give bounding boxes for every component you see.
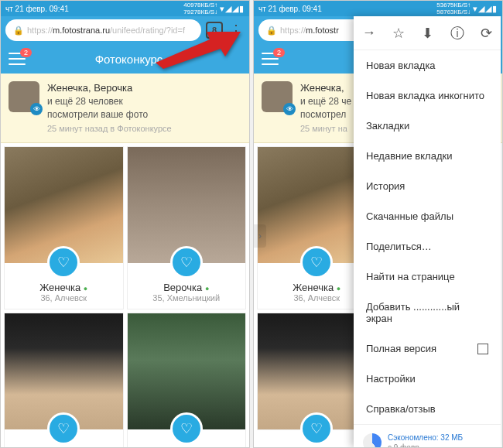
photo: ♡ — [5, 147, 123, 263]
menu-desktop-site[interactable]: Полная версия — [354, 333, 501, 364]
menu-add-home[interactable]: Добавить ............ый экран — [354, 292, 501, 333]
like-button[interactable]: ♡ — [300, 412, 333, 445]
menu-dots-icon[interactable]: ⋮ — [228, 22, 245, 39]
page-title: Фотоконкурс — [16, 53, 241, 66]
info-icon[interactable]: ⓘ — [450, 24, 464, 43]
like-button[interactable]: ♡ — [170, 246, 203, 279]
site-header: 2 Фотоконкурс — [1, 44, 249, 74]
notification-badge: 2 — [20, 48, 32, 57]
url-bar: 🔒 https://m.fotostrana.ru/unifeed/rating… — [1, 16, 249, 44]
hamburger-button[interactable]: 2 — [262, 53, 279, 65]
tab-count[interactable]: 8 — [206, 22, 223, 39]
star-icon[interactable]: ☆ — [392, 25, 405, 42]
menu-new-tab[interactable]: Новая вкладка — [354, 50, 501, 80]
menu-downloads[interactable]: Скачанные файлы — [354, 201, 501, 231]
menu-help[interactable]: Справка/отзыв — [354, 394, 501, 424]
menu-find[interactable]: Найти на странице — [354, 262, 501, 292]
photo: ♡ — [128, 313, 246, 429]
online-dot-icon: ● — [84, 285, 87, 292]
chevron-right-icon[interactable]: › — [254, 224, 266, 248]
notification-badge: 2 — [273, 48, 285, 57]
photo: ♡ — [128, 147, 246, 263]
menu-share[interactable]: Поделиться… — [354, 231, 501, 262]
url-field[interactable]: 🔒 https://m.fotostrana.ru/unifeed/rating… — [5, 19, 201, 41]
data-saver-footer[interactable]: Сэкономлено: 32 МБс 9 февр. — [354, 424, 501, 448]
hamburger-button[interactable]: 2 — [9, 53, 26, 65]
notification-time: 25 минут назад в Фотоконкурсе — [47, 123, 172, 135]
like-button[interactable]: ♡ — [47, 246, 80, 279]
menu-recent-tabs[interactable]: Недавние вкладки — [354, 141, 501, 171]
photo: ♡ — [5, 313, 123, 429]
status-bar: чт 21 февр. 09:41 40978КБ/S↑79278КБ/S↓ ▾… — [1, 1, 249, 16]
photo-card[interactable]: ♡ Верочка ●35, Хмельницкий — [127, 146, 247, 309]
right-screenshot: чт 21 февр. 09:41 53675КБ/S↑58763КБ/S↓ ▾… — [253, 0, 503, 448]
lock-icon: 🔒 — [266, 26, 277, 36]
eye-icon: 👁 — [283, 103, 296, 115]
menu-history[interactable]: История — [354, 171, 501, 201]
menu-bookmarks[interactable]: Закладки — [354, 111, 501, 141]
like-button[interactable]: ♡ — [170, 412, 203, 445]
reload-icon[interactable]: ⟳ — [481, 25, 492, 42]
download-icon[interactable]: ⬇ — [422, 25, 433, 42]
notification-names: Женечка, Верочка — [47, 81, 172, 95]
photo-card[interactable]: ♡ Женечка ●36, Алчевск — [4, 146, 124, 309]
photo-grid: ♡ Женечка ●36, Алчевск ♡ Верочка ●35, Хм… — [1, 143, 249, 448]
menu-settings[interactable]: Настройки — [354, 364, 501, 394]
eye-icon: 👁 — [30, 103, 43, 115]
lock-icon: 🔒 — [13, 26, 24, 36]
like-button[interactable]: ♡ — [47, 412, 80, 445]
photo-card[interactable]: ♡ Солнышко ● — [127, 313, 247, 448]
online-dot-icon: ● — [205, 285, 209, 292]
forward-icon[interactable]: → — [362, 25, 376, 41]
data-saver-icon — [363, 433, 382, 448]
left-screenshot: чт 21 февр. 09:41 40978КБ/S↑79278КБ/S↓ ▾… — [0, 0, 250, 448]
status-bar: чт 21 февр. 09:41 53675КБ/S↑58763КБ/S↓ ▾… — [254, 1, 502, 16]
browser-menu: → ☆ ⬇ ⓘ ⟳ Новая вкладка Новая вкладка ин… — [354, 16, 501, 447]
like-button[interactable]: ♡ — [300, 246, 333, 279]
online-dot-icon: ● — [337, 285, 340, 292]
notification-card[interactable]: 👁 Женечка, Верочка и ещё 28 человек посм… — [1, 74, 249, 143]
desktop-checkbox[interactable] — [477, 344, 488, 354]
menu-incognito[interactable]: Новая вкладка инкогнито — [354, 80, 501, 111]
photo-card[interactable]: ♡ Юля ● — [4, 313, 124, 448]
